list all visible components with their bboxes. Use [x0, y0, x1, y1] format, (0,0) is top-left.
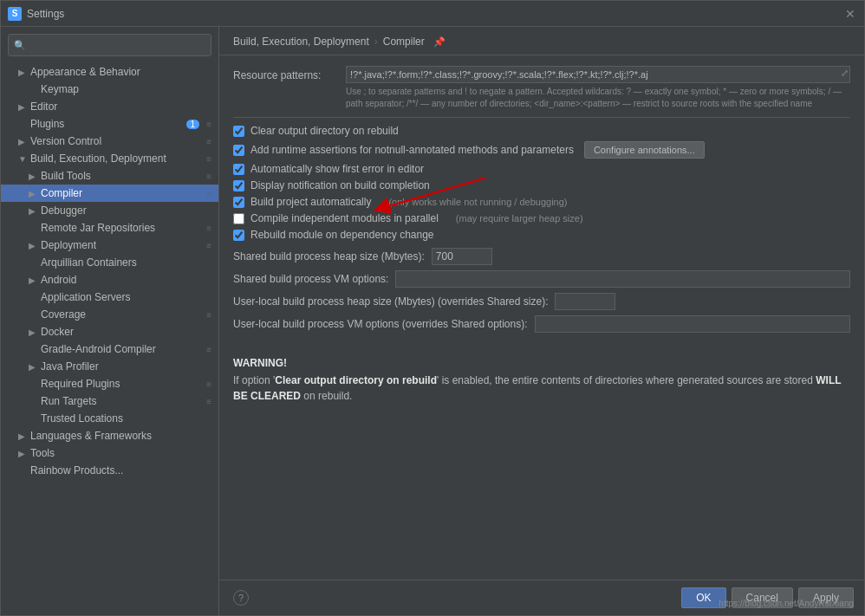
sidebar-item-arquillian[interactable]: Arquillian Containers [1, 254, 218, 271]
user-heap-row: User-local build process heap size (Mbyt… [233, 293, 850, 310]
arrow-icon: ▶ [29, 172, 39, 181]
sidebar-item-required-plugins[interactable]: Required Plugins ≡ [1, 375, 218, 392]
warning-title: WARNING! [233, 357, 850, 369]
rebuild-module-checkbox[interactable] [233, 230, 244, 241]
sidebar-item-label: Docker [41, 326, 211, 338]
checkbox-row-compile-parallel: Compile independent modules in parallel … [233, 212, 850, 224]
sidebar-item-label: Tools [30, 447, 211, 459]
sidebar-item-editor[interactable]: ▶ Editor [1, 98, 218, 115]
sidebar-item-gradle-android[interactable]: Gradle-Android Compiler ≡ [1, 340, 218, 358]
sidebar-item-run-targets[interactable]: Run Targets ≡ [1, 392, 218, 410]
expand-button[interactable]: ⤢ [841, 68, 849, 79]
sidebar-item-plugins[interactable]: Plugins 1 ≡ [1, 115, 218, 133]
close-button[interactable]: ✕ [843, 7, 857, 21]
sidebar-item-debugger[interactable]: ▶ Debugger [1, 202, 218, 219]
sidebar-item-compiler[interactable]: ▶ Compiler ≡ [1, 185, 218, 202]
build-auto-checkbox[interactable] [233, 197, 244, 208]
sidebar-item-app-servers[interactable]: Application Servers [1, 289, 218, 306]
arrow-icon: ▶ [29, 241, 39, 250]
arrow-icon: ▶ [29, 327, 39, 337]
settings-icon: ≡ [206, 310, 211, 320]
shared-vm-input[interactable] [395, 270, 850, 288]
rebuild-module-label: Rebuild module on dependency change [250, 229, 434, 241]
shared-heap-row: Shared build process heap size (Mbytes): [233, 248, 850, 265]
search-icon: 🔍 [14, 40, 26, 51]
compile-parallel-note: (may require larger heap size) [456, 213, 583, 224]
arrow-icon: ▶ [18, 449, 29, 458]
show-first-error-checkbox[interactable] [233, 164, 244, 175]
sidebar-item-trusted-locations[interactable]: Trusted Locations [1, 410, 218, 427]
sidebar-item-java-profiler[interactable]: ▶ Java Profiler [1, 358, 218, 375]
sidebar-item-remote-jar[interactable]: Remote Jar Repositories ≡ [1, 219, 218, 237]
checkbox-row-show-first-error: Automatically show first error in editor [233, 163, 850, 175]
build-auto-note: (only works while not running / debuggin… [388, 197, 567, 207]
plugins-badge: 1 [186, 120, 200, 129]
checkbox-row-clear-output: Clear output directory on rebuild [233, 125, 850, 137]
help-button[interactable]: ? [233, 590, 249, 606]
sidebar-item-label: Deployment [41, 239, 203, 251]
sidebar-item-tools[interactable]: ▶ Tools [1, 444, 218, 462]
sidebar-item-label: Plugins [30, 118, 186, 130]
sidebar-item-keymap[interactable]: Keymap [1, 81, 218, 98]
sidebar-item-coverage[interactable]: Coverage ≡ [1, 306, 218, 323]
sidebar-item-label: Java Profiler [41, 360, 211, 373]
settings-icon: ≡ [206, 137, 211, 146]
breadcrumb: Build, Execution, Deployment › Compiler … [219, 27, 864, 55]
sidebar-item-deployment[interactable]: ▶ Deployment ≡ [1, 237, 218, 254]
notify-build-label: Display notification on build completion [250, 179, 430, 191]
user-heap-input[interactable] [555, 293, 615, 310]
sidebar-item-build-tools[interactable]: ▶ Build Tools ≡ [1, 167, 218, 185]
sidebar-item-label: Build Tools [41, 170, 203, 182]
sidebar-item-label: Editor [30, 101, 211, 113]
sidebar-item-build-execution[interactable]: ▼ Build, Execution, Deployment ≡ [1, 150, 218, 167]
sidebar-item-languages[interactable]: ▶ Languages & Frameworks [1, 427, 218, 444]
show-first-error-label: Automatically show first error in editor [250, 163, 424, 175]
settings-icon: ≡ [206, 345, 211, 354]
sidebar-item-appearance[interactable]: ▶ Appearance & Behavior [1, 63, 218, 81]
search-input[interactable] [29, 39, 205, 51]
checkbox-row-rebuild-module: Rebuild module on dependency change [233, 229, 850, 241]
sidebar-item-rainbow-products[interactable]: Rainbow Products... [1, 462, 218, 479]
sidebar-item-docker[interactable]: ▶ Docker [1, 323, 218, 340]
sidebar-item-label: Compiler [41, 187, 203, 199]
resource-patterns-input[interactable] [346, 66, 850, 83]
sidebar-item-label: Trusted Locations [41, 412, 211, 425]
notify-build-checkbox[interactable] [233, 180, 244, 191]
shared-vm-label: Shared build process VM options: [233, 273, 388, 285]
sidebar-item-version-control[interactable]: ▶ Version Control ≡ [1, 133, 218, 150]
clear-output-label: Clear output directory on rebuild [250, 125, 399, 137]
settings-icon: ≡ [206, 189, 211, 198]
user-vm-input[interactable] [535, 315, 851, 333]
sidebar-item-label: Application Servers [41, 291, 211, 303]
search-box[interactable]: 🔍 [8, 34, 211, 56]
sidebar-item-label: Android [41, 274, 211, 286]
settings-icon: ≡ [206, 120, 211, 129]
checkbox-row-notify-build: Display notification on build completion [233, 179, 850, 191]
sidebar: 🔍 ▶ Appearance & Behavior Keymap ▶ Edito… [1, 27, 219, 615]
breadcrumb-part1: Build, Execution, Deployment [233, 36, 369, 48]
pin-icon: 📌 [433, 36, 446, 48]
arrow-icon: ▶ [29, 362, 39, 372]
titlebar: S Settings ✕ [1, 1, 864, 27]
sidebar-item-label: Keymap [41, 83, 211, 95]
sidebar-item-label: Appearance & Behavior [30, 66, 211, 78]
clear-output-checkbox[interactable] [233, 126, 244, 137]
sidebar-item-label: Required Plugins [41, 378, 203, 390]
arrow-icon: ▶ [18, 68, 29, 77]
main-panel: Build, Execution, Deployment › Compiler … [219, 27, 864, 615]
compile-parallel-checkbox[interactable] [233, 213, 244, 224]
build-auto-label: Build project automatically [250, 196, 371, 208]
shared-heap-input[interactable] [432, 248, 492, 265]
sidebar-item-label: Version Control [30, 135, 203, 147]
settings-icon: ≡ [206, 172, 211, 181]
sidebar-item-android[interactable]: ▶ Android [1, 271, 218, 289]
resource-patterns-input-wrap: ⤢ Use ; to separate patterns and ! to ne… [346, 66, 850, 110]
checkbox-row-runtime-assertions: Add runtime assertions for notnull-annot… [233, 141, 850, 159]
arrow-icon: ▶ [18, 137, 29, 146]
configure-annotations-button[interactable]: Configure annotations... [584, 141, 705, 159]
resource-patterns-row: Resource patterns: ⤢ Use ; to separate p… [233, 66, 850, 110]
shared-heap-label: Shared build process heap size (Mbytes): [233, 250, 425, 263]
arrow-icon: ▶ [18, 102, 29, 112]
shared-vm-row: Shared build process VM options: [233, 270, 850, 288]
runtime-assertions-checkbox[interactable] [233, 145, 244, 156]
